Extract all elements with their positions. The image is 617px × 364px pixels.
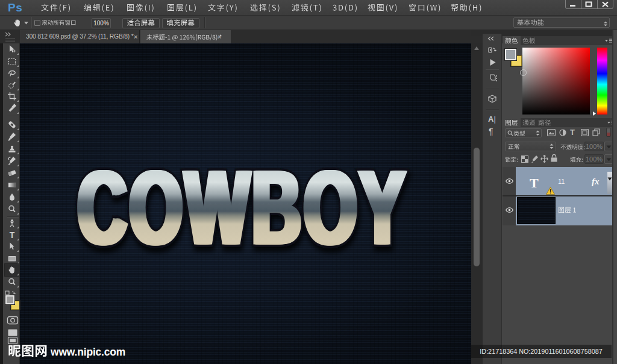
svg-text:T: T <box>10 230 15 239</box>
